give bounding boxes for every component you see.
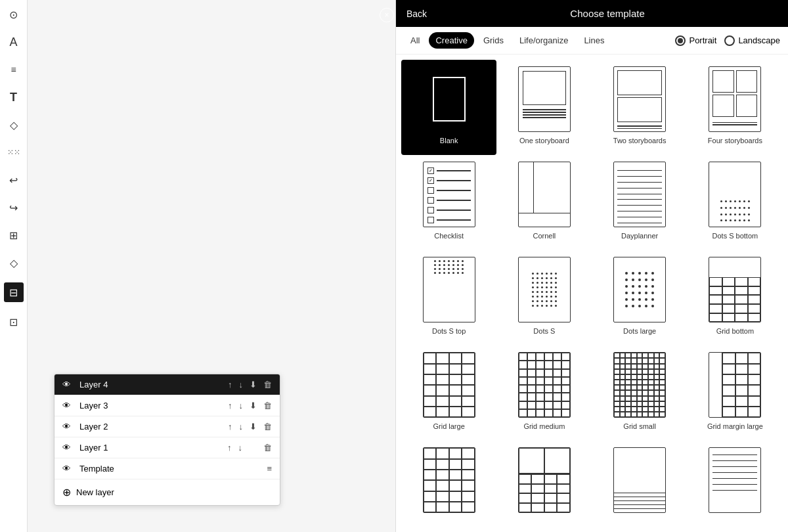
template-dayplanner[interactable]: Dayplanner	[592, 155, 688, 250]
portrait-option[interactable]: Portrait	[675, 35, 716, 46]
template-label-dayplanner: Dayplanner	[621, 231, 658, 240]
template-partial-1[interactable]	[401, 441, 496, 527]
layer-actions-template: ≡	[267, 464, 272, 474]
template-one-storyboard[interactable]: One storyboard	[496, 60, 592, 155]
template-dots-s-top[interactable]: Dots S top	[401, 250, 496, 345]
template-dots-large[interactable]: Dots large	[592, 250, 688, 345]
template-preview-blank	[423, 66, 475, 132]
eye-icon-3[interactable]: 👁	[62, 401, 74, 410]
template-preview-dots-s	[518, 257, 571, 322]
menu-icon[interactable]: ≡	[6, 62, 22, 78]
layer-name-3: Layer 3	[79, 401, 223, 410]
new-layer-button[interactable]: ⊕ New layer	[55, 479, 280, 505]
layer-name-4: Layer 4	[79, 380, 223, 389]
template-preview-partial-4	[709, 447, 761, 513]
delete-icon-1[interactable]: 🗑	[263, 443, 272, 453]
orientation-options: Portrait Landscape	[675, 35, 780, 46]
template-dots-s[interactable]: Dots S	[496, 250, 592, 345]
move-down-icon-4[interactable]: ↓	[239, 380, 244, 389]
pen-icon[interactable]: A	[6, 34, 22, 50]
eye-icon-template[interactable]: 👁	[62, 464, 74, 474]
back-button[interactable]: Back	[406, 9, 427, 19]
move-down-icon-1[interactable]: ↓	[238, 443, 243, 453]
bookmark-icon[interactable]: ◇	[6, 255, 22, 271]
template-preview-partial-2	[518, 447, 571, 513]
template-partial-3[interactable]	[592, 441, 688, 527]
template-four-storyboards[interactable]: Four storyboards	[688, 60, 783, 155]
tab-lines[interactable]: Lines	[577, 32, 611, 49]
layer-row-2[interactable]: 👁 Layer 2 ↑ ↓ ⬇ 🗑	[55, 416, 280, 437]
close-icon: ×	[384, 11, 389, 20]
layers-icon[interactable]: ⊟	[4, 282, 24, 302]
move-up-icon-3[interactable]: ↑	[228, 401, 232, 410]
template-partial-4[interactable]	[688, 441, 783, 527]
template-label-grid-bottom: Grid bottom	[716, 326, 754, 336]
template-grid-margin-large[interactable]: Grid margin large	[688, 345, 783, 441]
template-grid-large[interactable]: Grid large	[401, 345, 496, 441]
template-preview-grid-margin-large	[709, 352, 761, 418]
home-icon[interactable]: ⊙	[6, 7, 22, 22]
move-up-icon-4[interactable]: ↑	[228, 380, 232, 389]
eye-icon-2[interactable]: 👁	[62, 422, 74, 432]
delete-icon-2[interactable]: 🗑	[263, 422, 272, 432]
template-list-icon[interactable]: ≡	[267, 464, 272, 474]
template-preview-grid-medium	[518, 352, 571, 418]
layer-row-template[interactable]: 👁 Template ≡	[55, 458, 280, 479]
tab-life-organize[interactable]: Life/organize	[513, 32, 575, 49]
template-grid-small[interactable]: Grid small	[592, 345, 688, 441]
template-blank[interactable]: Blank	[401, 60, 496, 155]
template-preview-dots-s-top	[423, 257, 475, 322]
layer-row-1[interactable]: 👁 Layer 1 ↑ ↓ 🗑	[55, 437, 280, 458]
panel-title: Choose template	[437, 8, 777, 19]
move-down-icon-2[interactable]: ↓	[239, 422, 244, 432]
portrait-radio	[675, 35, 686, 46]
template-label-dots-s-bottom: Dots S bottom	[712, 231, 758, 240]
delete-icon-3[interactable]: 🗑	[263, 401, 272, 410]
template-header: Back Choose template	[396, 0, 788, 27]
redo-icon[interactable]: ↪	[6, 200, 22, 215]
layer-row-4[interactable]: 👁 Layer 4 ↑ ↓ ⬇ 🗑	[55, 374, 280, 395]
merge-icon-3[interactable]: ⬇	[250, 401, 257, 410]
undo-icon[interactable]: ↩	[6, 172, 22, 188]
settings-icon[interactable]: ⊡	[6, 314, 22, 330]
template-label-four-storyboards: Four storyboards	[708, 136, 762, 145]
text-icon[interactable]: T	[6, 89, 22, 105]
tab-all[interactable]: All	[404, 32, 426, 49]
move-up-icon-2[interactable]: ↑	[228, 422, 232, 432]
layer-actions-2: ↑ ↓ ⬇ 🗑	[228, 422, 272, 432]
template-partial-2[interactable]	[496, 441, 592, 527]
shapes-icon[interactable]: ⁙⁙	[6, 144, 22, 160]
layers-panel: 👁 Layer 4 ↑ ↓ ⬇ 🗑 👁 Layer 3 ↑ ↓ ⬇ 🗑 👁 La…	[54, 374, 280, 506]
template-grid-medium[interactable]: Grid medium	[496, 345, 592, 441]
eye-icon-4[interactable]: 👁	[62, 380, 74, 389]
layer-row-3[interactable]: 👁 Layer 3 ↑ ↓ ⬇ 🗑	[55, 395, 280, 416]
template-preview-dayplanner	[613, 162, 666, 227]
tab-creative[interactable]: Creative	[429, 32, 473, 49]
eye-icon-1[interactable]: 👁	[62, 443, 74, 453]
merge-icon-4[interactable]: ⬇	[250, 380, 257, 389]
delete-icon-4[interactable]: 🗑	[263, 380, 272, 389]
template-cornell[interactable]: Cornell	[496, 155, 592, 250]
template-preview-two-storyboards	[613, 66, 666, 132]
template-preview-partial-3	[613, 447, 666, 513]
merge-icon-2[interactable]: ⬇	[250, 422, 257, 432]
templates-grid: Blank One storyboard	[396, 55, 788, 532]
template-label-grid-large: Grid large	[433, 422, 464, 431]
template-preview-cornell	[518, 162, 571, 227]
tab-grids[interactable]: Grids	[477, 32, 510, 49]
template-preview-grid-bottom	[709, 257, 761, 322]
template-checklist[interactable]: ✓ ✓	[401, 155, 496, 250]
move-down-icon-3[interactable]: ↓	[239, 401, 244, 410]
grid-icon[interactable]: ⊞	[6, 227, 22, 243]
landscape-option[interactable]: Landscape	[724, 35, 780, 46]
template-grid-bottom[interactable]: Grid bottom	[688, 250, 783, 345]
move-up-icon-1[interactable]: ↑	[227, 443, 232, 453]
template-label-blank: Blank	[440, 136, 458, 145]
template-dots-s-bottom[interactable]: Dots S bottom	[688, 155, 783, 250]
template-two-storyboards[interactable]: Two storyboards	[592, 60, 688, 155]
template-label-grid-medium: Grid medium	[523, 422, 565, 431]
template-preview-dots-large	[613, 257, 666, 322]
eraser-icon[interactable]: ◇	[6, 117, 22, 133]
new-layer-label: New layer	[76, 487, 114, 497]
close-button[interactable]: ×	[380, 8, 394, 22]
